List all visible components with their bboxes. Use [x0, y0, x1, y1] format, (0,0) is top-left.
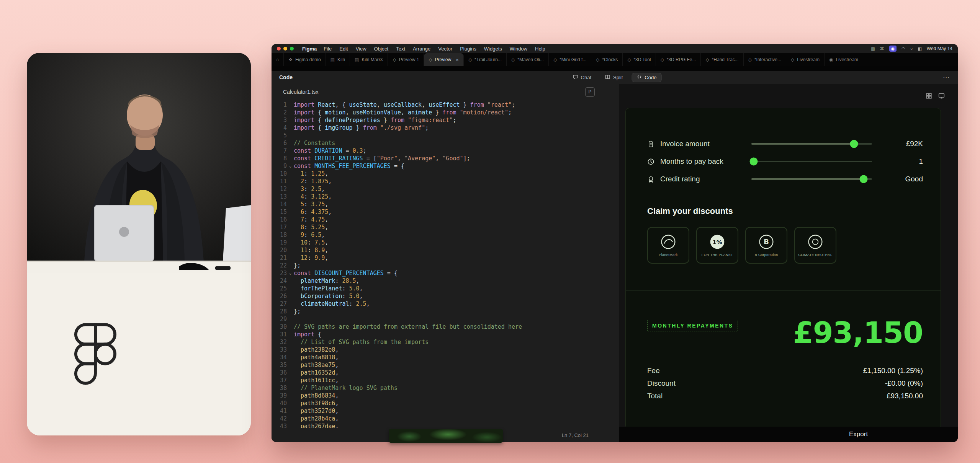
app-menu-figma[interactable]: Figma — [302, 46, 317, 52]
more-options-button[interactable]: ⋯ — [943, 73, 950, 82]
control-center-icon[interactable]: ◧ — [918, 46, 921, 51]
code-line: 20 11: 8.9, — [272, 246, 619, 254]
tab-label: *3D RPG Fe... — [667, 57, 696, 62]
monitor-icon[interactable] — [938, 93, 945, 99]
close-tab-icon[interactable]: × — [456, 57, 459, 63]
menu-object[interactable]: Object — [374, 46, 389, 52]
slider-fill — [751, 143, 854, 145]
code-line: 42 path28b4ca, — [272, 415, 619, 422]
code-line: 4import { imgGroup } from "./svg_arvnf"; — [272, 124, 619, 132]
figma-logo-panel — [27, 273, 251, 435]
summary-row-discount: Discount-£0.00 (0%) — [647, 377, 923, 390]
discount-button-1-for-the-planet[interactable]: 1%FOR THE PLANET — [696, 227, 738, 264]
fold-gutter — [287, 422, 294, 428]
tab-3d-rpg-fe[interactable]: ◇*3D RPG Fe... — [656, 53, 701, 66]
tab-clocks[interactable]: ◇*Clocks — [591, 53, 623, 66]
code-line: 10 1: 1.25, — [272, 170, 619, 178]
split-view-button[interactable]: Split — [600, 73, 628, 82]
file-name[interactable]: Calculator1.tsx — [283, 89, 319, 95]
menu-widgets[interactable]: Widgets — [484, 46, 502, 52]
code-line: 6// Constants — [272, 139, 619, 147]
fold-gutter — [287, 346, 294, 354]
slider-handle[interactable] — [850, 140, 858, 148]
summary-label: Fee — [647, 364, 660, 377]
tab-trail-journ[interactable]: ◇*Trail Journ... — [464, 53, 507, 66]
fold-gutter — [287, 292, 294, 300]
code-lines[interactable]: 1import React, { useState, useCallback, … — [272, 99, 619, 428]
tab-livestream[interactable]: ◉Livestream — [825, 53, 863, 66]
tab-preview[interactable]: ◇Preview× — [424, 53, 464, 66]
tab-home[interactable]: ⌂ — [272, 53, 284, 66]
diamond-icon: ◇ — [468, 57, 472, 62]
tab-3d-tool[interactable]: ◇*3D Tool — [623, 53, 656, 66]
tab-mini-grid-f[interactable]: ◇*Mini-Grid f... — [549, 53, 591, 66]
chat-view-button[interactable]: Chat — [568, 73, 596, 82]
code-text: 9: 6.5, — [294, 231, 325, 239]
minimize-window-button[interactable] — [283, 47, 287, 51]
discount-button-planetmark[interactable]: PlanetMark — [647, 227, 689, 264]
search-icon[interactable]: ○ — [910, 46, 913, 51]
code-view-button[interactable]: Code — [632, 73, 661, 82]
tab-livestream[interactable]: ◇Livestream — [786, 53, 825, 66]
tab-figma-demo[interactable]: ❖Figma demo — [284, 53, 326, 66]
discount-button-climate-neutral[interactable]: CLIMATE NEUTRAL — [794, 227, 836, 264]
fold-gutter — [287, 338, 294, 346]
tab-interactive[interactable]: ◇*Interactive... — [744, 53, 786, 66]
menu-window[interactable]: Window — [510, 46, 527, 52]
line-number: 32 — [272, 338, 287, 346]
file-header: Calculator1.tsx P — [272, 84, 619, 99]
line-number: 3 — [272, 116, 287, 124]
menu-file[interactable]: File — [324, 46, 332, 52]
menu-edit[interactable]: Edit — [339, 46, 348, 52]
preview-pane: Invoice amount£92KMonths to pay back1Cre… — [619, 84, 958, 442]
menu-text[interactable]: Text — [396, 46, 405, 52]
tab-kiln-marks[interactable]: ▤Kiln Marks — [350, 53, 388, 66]
line-number: 11 — [272, 178, 287, 185]
tab-preview-1[interactable]: ◇Preview 1 — [388, 53, 424, 66]
menu-arrange[interactable]: Arrange — [413, 46, 430, 52]
code-text: import { defineProperties } from "figma:… — [294, 116, 456, 124]
slider-row-invoice-amount: Invoice amount£92K — [647, 135, 923, 153]
display-icon[interactable]: ▥ — [871, 46, 875, 51]
slider-handle[interactable] — [859, 175, 867, 183]
fold-gutter — [287, 300, 294, 308]
fold-gutter — [287, 155, 294, 162]
window-controls[interactable] — [277, 47, 294, 51]
tab-hand-trac[interactable]: ◇*Hand Trac... — [701, 53, 743, 66]
code-text: path267dae, — [294, 422, 339, 428]
tab-maven-oli[interactable]: ◇*Maven Oli... — [507, 53, 549, 66]
properties-badge[interactable]: P — [585, 87, 595, 97]
menu-vector[interactable]: Vector — [438, 46, 452, 52]
slider-track-invoice-amount[interactable] — [751, 143, 872, 145]
code-icon — [636, 74, 642, 81]
wifi-icon[interactable]: ◠ — [901, 46, 905, 51]
canvas-thumbnail[interactable] — [389, 429, 503, 443]
code-text: import React, { useState, useCallback, u… — [294, 101, 515, 109]
tab-label: Livestream — [797, 57, 820, 62]
slider-value: Good — [883, 175, 923, 183]
layout-grid-icon[interactable] — [926, 93, 932, 99]
export-button[interactable]: Export — [849, 430, 868, 438]
slider-handle[interactable] — [750, 158, 758, 166]
chat-icon — [573, 74, 578, 81]
tab-kiln[interactable]: ▤Kiln — [326, 53, 350, 66]
speaker-card — [27, 53, 251, 435]
slider-track-credit-rating[interactable] — [751, 178, 872, 180]
keyboard-icon[interactable]: ⌘ — [880, 46, 884, 51]
menu-view[interactable]: View — [356, 46, 366, 52]
discount-button-b-corporation[interactable]: BB Corporation — [745, 227, 787, 264]
code-line: 22}; — [272, 262, 619, 269]
fold-chevron-icon[interactable]: ⌄ — [287, 269, 294, 277]
record-icon[interactable]: ◉ — [889, 46, 897, 52]
zoom-window-button[interactable] — [290, 47, 294, 51]
1-for-the-planet-logo-icon: 1% — [709, 233, 726, 250]
code-text: 7: 4.75, — [294, 216, 328, 223]
close-window-button[interactable] — [277, 47, 281, 51]
line-number: 8 — [272, 155, 287, 162]
menu-plugins[interactable]: Plugins — [460, 46, 476, 52]
fold-gutter — [287, 116, 294, 124]
code-text: import { motion, useMotionValue, animate… — [294, 109, 512, 116]
menu-help[interactable]: Help — [535, 46, 545, 52]
fold-chevron-icon[interactable]: ⌄ — [287, 162, 294, 170]
slider-track-months-to-pay-back[interactable] — [751, 161, 872, 162]
